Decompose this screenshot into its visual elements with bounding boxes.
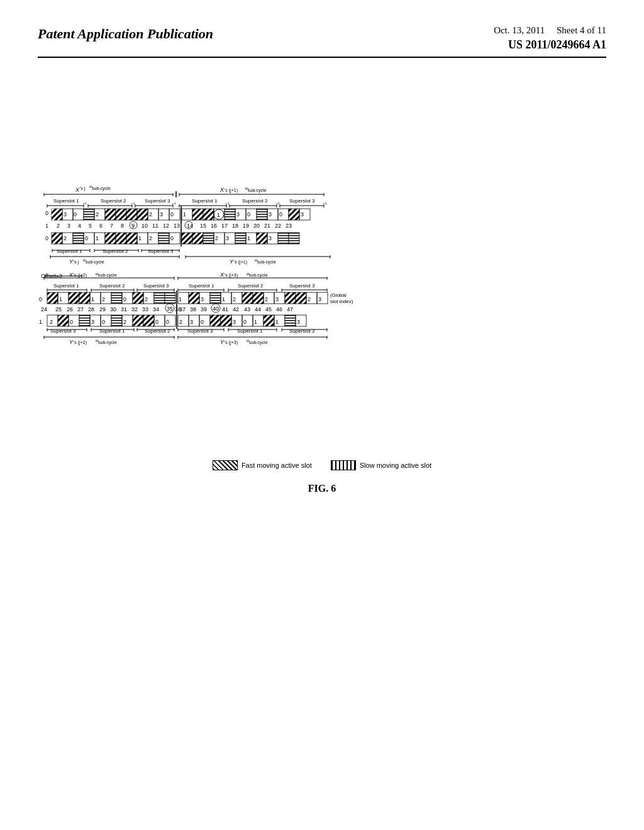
svg-text:1: 1: [96, 235, 99, 241]
patent-number: US 2011/0249664 A1: [494, 38, 606, 52]
svg-text:47: 47: [287, 306, 293, 313]
svg-rect-296: [111, 315, 122, 326]
svg-rect-323: [285, 315, 296, 326]
svg-text:sub-cycle: sub-cycle: [248, 188, 267, 193]
svg-text:45: 45: [265, 306, 272, 313]
svg-rect-55: [105, 209, 116, 220]
svg-text:Superslot 3: Superslot 3: [187, 328, 213, 334]
svg-rect-291: [79, 315, 90, 326]
svg-text:13: 13: [174, 223, 180, 229]
svg-rect-232: [165, 292, 175, 304]
svg-text:1: 1: [275, 319, 279, 325]
caption-text: FIG. 6: [308, 483, 336, 494]
svg-rect-244: [242, 292, 253, 304]
svg-text:0: 0: [39, 296, 42, 302]
legend: Fast moving active slot Slow moving acti…: [38, 460, 606, 470]
svg-rect-73: [225, 209, 235, 220]
svg-rect-142: [257, 233, 267, 244]
svg-text:2: 2: [233, 296, 236, 302]
header-right: Oct. 13, 2011 Sheet 4 of 11 US 2011/0249…: [494, 25, 606, 52]
svg-rect-121: [105, 233, 116, 244]
fast-legend-box: [213, 460, 238, 470]
slow-legend-item: Slow moving active slot: [331, 460, 431, 470]
svg-rect-132: [182, 233, 192, 244]
svg-text:Superslot 1: Superslot 1: [192, 198, 218, 204]
svg-text:Superslot 1: Superslot 1: [189, 283, 214, 289]
svg-rect-216: [47, 292, 58, 304]
svg-text:1: 1: [217, 212, 220, 218]
svg-text:0: 0: [70, 319, 73, 325]
svg-rect-58: [137, 209, 148, 220]
svg-rect-123: [126, 233, 137, 244]
svg-rect-83: [289, 209, 299, 220]
svg-text:14: 14: [187, 223, 193, 229]
svg-text:2: 2: [265, 296, 268, 302]
svg-text:Superslot 2: Superslot 2: [238, 283, 264, 289]
svg-text:0: 0: [247, 211, 250, 218]
svg-text:Superslot 1: Superslot 1: [237, 328, 263, 334]
svg-rect-122: [116, 233, 126, 244]
svg-text:3: 3: [226, 235, 229, 241]
svg-text:1: 1: [247, 235, 250, 241]
svg-text:Superslot 3: Superslot 3: [289, 283, 315, 289]
svg-text:X: X: [219, 272, 225, 278]
svg-rect-250: [285, 292, 296, 304]
svg-text:⊣: ⊣: [131, 201, 135, 206]
svg-text:sub-cycle: sub-cycle: [257, 260, 276, 265]
svg-text:Superslot 2: Superslot 2: [103, 248, 128, 254]
svg-text:Superslot 3: Superslot 3: [148, 248, 174, 254]
svg-text:1: 1: [222, 296, 225, 302]
svg-text:2: 2: [149, 211, 152, 218]
svg-text:20: 20: [253, 223, 260, 229]
svg-rect-245: [253, 292, 264, 304]
svg-text:2: 2: [308, 296, 311, 302]
svg-text:0: 0: [45, 235, 48, 241]
svg-text:0: 0: [102, 319, 105, 325]
svg-text:7: 7: [110, 223, 113, 229]
svg-text:43: 43: [244, 306, 250, 313]
svg-rect-116: [73, 233, 84, 244]
svg-text:⊣: ⊣: [172, 201, 175, 206]
svg-text:27: 27: [77, 306, 84, 313]
svg-text:37: 37: [179, 306, 186, 313]
svg-text:1: 1: [59, 296, 62, 302]
svg-text:29: 29: [99, 306, 106, 313]
svg-text:1: 1: [183, 211, 186, 218]
svg-text:34: 34: [153, 306, 159, 313]
svg-rect-145: [278, 233, 289, 244]
svg-text:3: 3: [297, 319, 300, 325]
svg-text:30: 30: [110, 306, 116, 313]
svg-text:3: 3: [91, 319, 94, 325]
svg-text:(Global: (Global: [330, 292, 347, 298]
svg-text:2: 2: [149, 235, 152, 241]
svg-text:0: 0: [170, 211, 174, 218]
svg-text:23: 23: [286, 223, 292, 229]
svg-text:3: 3: [318, 296, 321, 302]
fast-legend-label: Fast moving active slot: [242, 462, 312, 469]
svg-text:'s (j+2): 's (j+2): [74, 340, 87, 345]
svg-text:4: 4: [78, 223, 81, 229]
svg-text:'s (j+2): 's (j+2): [74, 273, 87, 278]
svg-text:2: 2: [57, 223, 60, 229]
pub-date: Oct. 13, 2011: [494, 25, 545, 35]
svg-text:12: 12: [163, 223, 169, 229]
svg-rect-113: [52, 233, 62, 244]
svg-text:'s (j+3): 's (j+3): [225, 273, 238, 278]
svg-text:3: 3: [190, 319, 193, 325]
svg-text:Superslot 3: Superslot 3: [145, 198, 170, 204]
svg-text:2: 2: [215, 235, 218, 241]
slow-legend-box: [331, 460, 356, 470]
fast-legend-item: Fast moving active slot: [213, 460, 312, 470]
svg-text:Y: Y: [230, 258, 234, 265]
svg-text:38: 38: [190, 306, 196, 313]
svg-text:Y: Y: [69, 258, 74, 265]
svg-text:X: X: [69, 272, 74, 278]
svg-text:Superslot 1: Superslot 1: [53, 198, 79, 204]
svg-text:1: 1: [39, 319, 42, 325]
svg-text:2: 2: [179, 319, 182, 325]
svg-rect-57: [126, 209, 137, 220]
svg-rect-236: [189, 292, 199, 304]
svg-text:1: 1: [138, 235, 142, 241]
svg-text:9: 9: [131, 223, 135, 229]
svg-text:33: 33: [142, 306, 148, 313]
